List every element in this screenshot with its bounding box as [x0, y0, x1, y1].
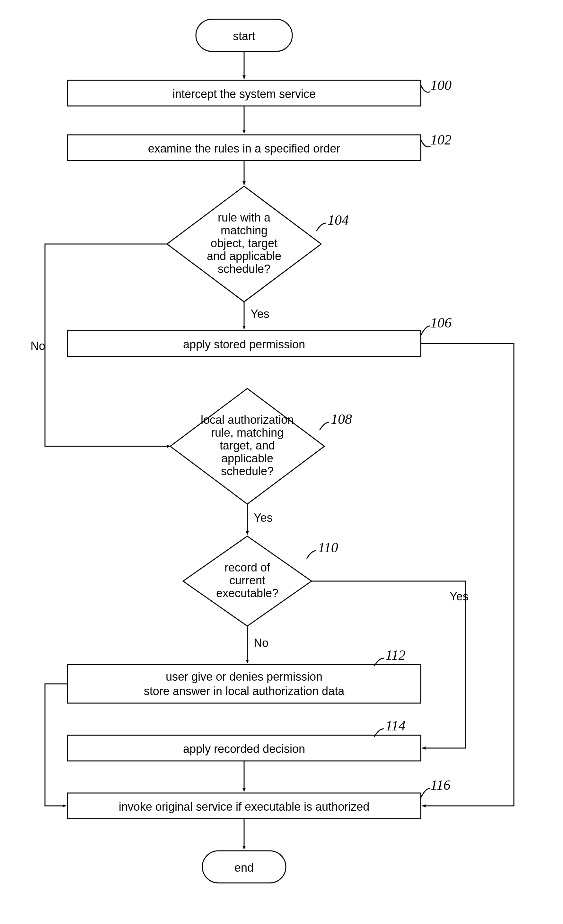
end-label: end	[234, 861, 254, 874]
d108-l2: rule, matching	[211, 426, 284, 439]
d104-l5: schedule?	[218, 262, 270, 276]
ref-110: 110	[318, 540, 338, 555]
d108-l5: schedule?	[221, 465, 274, 478]
ref-114: 114	[385, 718, 405, 734]
step-116-label: invoke original service if executable is…	[119, 800, 369, 813]
d110-l2: current	[229, 574, 265, 587]
step-100-label: intercept the system service	[173, 87, 316, 100]
step-114-label: apply recorded decision	[183, 742, 305, 756]
ref-108: 108	[331, 411, 352, 427]
start-label: start	[233, 30, 255, 43]
d110-l3: executable?	[216, 586, 278, 600]
edge-108-yes: Yes	[254, 511, 273, 524]
d108-l4: applicable	[221, 452, 273, 465]
ref-112: 112	[385, 647, 405, 663]
step-106-label: apply stored permission	[183, 338, 305, 351]
edge-104-yes: Yes	[251, 307, 269, 320]
ref-104: 104	[327, 212, 349, 228]
d104-l2: matching	[221, 224, 267, 237]
edge-110-yes: Yes	[450, 590, 468, 603]
d104-l4: and applicable	[207, 249, 281, 262]
step-112-l1: user give or denies permission	[166, 670, 323, 683]
ref-116: 116	[430, 777, 450, 793]
ref-106: 106	[430, 315, 452, 331]
d108-l3: target, and	[220, 439, 275, 452]
step-102-label: examine the rules in a specified order	[148, 142, 340, 155]
d110-l1: record of	[225, 561, 270, 574]
step-112-l2: store answer in local authorization data	[144, 684, 345, 698]
d108-l1: local authorization	[201, 413, 294, 426]
d104-l1: rule with a	[218, 211, 271, 224]
edge-110-no: No	[254, 636, 269, 650]
edge-104-no: No	[30, 339, 45, 352]
d104-l3: object, target	[211, 237, 278, 250]
ref-100: 100	[430, 77, 452, 93]
ref-102: 102	[430, 132, 452, 148]
